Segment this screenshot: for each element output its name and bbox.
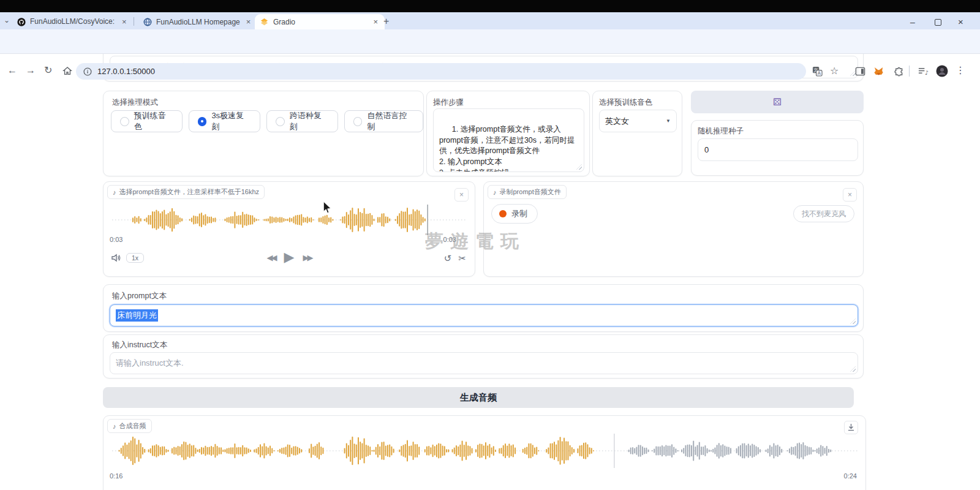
instruct-text-placeholder: 请输入instruct文本. — [116, 358, 184, 369]
address-bar[interactable]: 127.0.0.1:50000 — [76, 63, 806, 80]
resize-handle-icon[interactable] — [850, 366, 856, 372]
screen-top-black-bar — [0, 0, 980, 12]
scissors-trim-icon[interactable]: ✂ — [458, 253, 466, 264]
tab-title: FunAudioLLM/CosyVoice: 多 — [30, 17, 116, 27]
output-audio-label: 合成音频 — [119, 421, 146, 431]
fast-forward-button[interactable]: ▶▶ — [303, 253, 311, 262]
rewind-button[interactable]: ◀◀ — [267, 253, 276, 262]
record-button-label: 录制 — [511, 208, 527, 219]
inference-mode-radio-group: 预训练音色 3s极速复刻 跨语种复刻 自然语言控制 — [111, 110, 423, 132]
seed-number-input[interactable]: 0 — [698, 138, 858, 161]
browser-tab-gradio-active[interactable]: Gradio × — [255, 14, 385, 29]
radio-option-pretrained[interactable]: 预训练音色 — [111, 110, 183, 132]
dice-icon: ⚄ — [773, 96, 782, 108]
instruct-text-label: 输入instruct文本 — [112, 340, 167, 350]
metamask-icon[interactable] — [873, 66, 884, 77]
site-info-icon[interactable] — [83, 67, 92, 76]
steps-panel: 操作步骤 1. 选择prompt音频文件，或录入prompt音频，注意不超过30… — [426, 91, 590, 176]
tab-title: FunAudioLLM Homepage — [156, 18, 240, 26]
prompt-audio-close-button[interactable]: × — [454, 188, 469, 202]
radio-icon — [198, 117, 207, 126]
radio-option-3s-clone[interactable]: 3s极速复刻 — [189, 110, 260, 132]
play-button[interactable]: ▶ — [284, 249, 295, 265]
browser-menu-kebab-icon[interactable]: ⋮ — [956, 66, 965, 75]
browser-toolbar: ← → ↻ 127.0.0.1:50000 文A ☆ ♪ ⋮ — [0, 29, 980, 54]
translate-icon[interactable]: 文A — [812, 66, 823, 77]
toolbar-separator — [909, 66, 910, 77]
url-text: 127.0.0.1:50000 — [97, 67, 155, 76]
radio-option-crosslingual[interactable]: 跨语种复刻 — [266, 110, 338, 132]
music-note-icon: ♪ — [493, 189, 497, 196]
window-close-button[interactable]: × — [958, 17, 963, 26]
instruct-text-input[interactable]: 请输入instruct文本. — [110, 352, 858, 374]
output-audio-player: ♪ 合成音频 0:16 0:24 — [103, 415, 866, 490]
nav-reload-button[interactable]: ↻ — [44, 66, 52, 75]
steps-textarea[interactable]: 1. 选择prompt音频文件，或录入prompt音频，注意不超过30s，若同时… — [433, 108, 584, 172]
browser-tab-cosyvoice[interactable]: FunAudioLLM/CosyVoice: 多 × — [12, 14, 141, 29]
media-controls-icon[interactable]: ♪ — [918, 66, 929, 77]
video-watermark: 夢遊電玩 — [425, 229, 526, 254]
radio-label: 预训练音色 — [134, 110, 173, 132]
browser-tab-homepage[interactable]: FunAudioLLM Homepage × — [138, 14, 260, 29]
seed-value: 0 — [704, 145, 709, 154]
generate-audio-label: 生成音频 — [460, 392, 497, 404]
output-audio-total-time: 0:24 — [844, 472, 857, 480]
bookmark-star-icon[interactable]: ☆ — [830, 66, 839, 76]
radio-icon — [120, 117, 129, 126]
resize-handle-icon[interactable] — [576, 164, 582, 170]
prompt-audio-current-time: 0:03 — [110, 236, 123, 243]
record-audio-label-badge: ♪ 录制prompt音频文件 — [488, 185, 567, 199]
voice-select-dropdown[interactable]: 英文女 ▼ — [599, 110, 677, 132]
radio-label: 自然语言控制 — [367, 110, 414, 132]
chevron-down-icon: ▼ — [666, 118, 671, 124]
new-tab-button[interactable]: + — [383, 17, 389, 26]
generate-audio-button[interactable]: 生成音频 — [103, 387, 854, 408]
screen: ⌄ FunAudioLLM/CosyVoice: 多 × FunAudioLLM… — [0, 0, 980, 490]
prompt-audio-label-badge: ♪ 选择prompt音频文件，注意采样率不低于16khz — [107, 185, 265, 199]
extensions-puzzle-icon[interactable] — [893, 66, 903, 77]
tab-close-icon[interactable]: × — [371, 17, 380, 26]
tab-close-icon[interactable]: × — [120, 17, 129, 26]
seed-label: 随机推理种子 — [698, 126, 744, 137]
nav-back-button[interactable]: ← — [7, 66, 17, 75]
steps-value: 1. 选择prompt音频文件，或录入prompt音频，注意不超过30s，若同时… — [439, 125, 575, 172]
side-panel-icon[interactable] — [855, 66, 865, 77]
record-button[interactable]: 录制 — [491, 204, 538, 224]
undo-trim-icon[interactable]: ↺ — [444, 253, 452, 264]
voice-select-label: 选择预训练音色 — [599, 97, 653, 108]
svg-text:A: A — [818, 70, 821, 76]
tab-search-chevron-icon[interactable]: ⌄ — [4, 17, 10, 24]
record-dot-icon — [499, 210, 507, 217]
resize-handle-icon[interactable] — [850, 318, 856, 324]
prompt-text-label: 输入prompt文本 — [112, 291, 167, 301]
prompt-text-input[interactable]: 床前明月光 — [110, 304, 858, 326]
tab-close-icon[interactable]: × — [244, 17, 253, 26]
close-icon: × — [459, 190, 464, 199]
prompt-audio-label: 选择prompt音频文件，注意采样率不低于16khz — [119, 187, 260, 197]
prompt-audio-waveform[interactable] — [110, 203, 470, 237]
output-audio-waveform[interactable] — [110, 432, 861, 470]
tab-title: Gradio — [273, 18, 295, 26]
audio-edit-tools: ↺ ✂ — [444, 253, 466, 264]
radio-label: 跨语种复刻 — [290, 110, 329, 132]
output-audio-label-badge: ♪ 合成音频 — [107, 419, 152, 433]
no-microphone-button[interactable]: 找不到麦克风 — [793, 205, 854, 222]
github-icon — [17, 18, 26, 26]
instruct-text-panel: 输入instruct文本 请输入instruct文本. — [103, 334, 864, 379]
browser-tab-strip: ⌄ FunAudioLLM/CosyVoice: 多 × FunAudioLLM… — [0, 12, 980, 29]
close-icon: × — [848, 190, 852, 199]
no-microphone-label: 找不到麦克风 — [802, 209, 846, 219]
gradio-icon — [260, 17, 269, 26]
inference-mode-panel: 选择推理模式 预训练音色 3s极速复刻 跨语种复刻 自然语言控制 — [103, 91, 424, 176]
home-button[interactable] — [62, 66, 72, 76]
download-icon — [848, 424, 854, 431]
radio-option-natural-language[interactable]: 自然语言控制 — [344, 110, 423, 132]
record-audio-close-button[interactable]: × — [843, 188, 857, 202]
voice-selected-value: 英文女 — [605, 116, 629, 127]
random-seed-dice-button[interactable]: ⚄ — [691, 91, 864, 113]
profile-avatar[interactable] — [936, 65, 948, 77]
window-minimize-button[interactable]: – — [910, 18, 915, 26]
nav-forward-button[interactable]: → — [26, 66, 36, 75]
inference-mode-label: 选择推理模式 — [112, 97, 158, 108]
window-maximize-button[interactable] — [935, 19, 941, 26]
